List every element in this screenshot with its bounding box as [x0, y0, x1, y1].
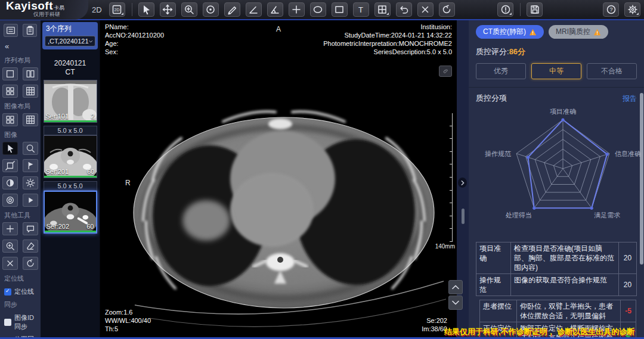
cursor-icon	[5, 143, 16, 154]
help-button[interactable]: ?	[603, 2, 619, 17]
crosshair-icon	[290, 4, 302, 15]
pan-tool-button[interactable]	[160, 2, 176, 17]
ellipse-tool-button[interactable]	[310, 2, 326, 17]
layout-2d-button[interactable]: 2D	[109, 2, 125, 17]
locator-checkbox-row[interactable]: 定位线	[0, 285, 41, 297]
study-modality: CT	[41, 68, 100, 77]
grade-excellent-button[interactable]: 优秀	[476, 63, 526, 79]
radar-chart-svg: 项目准确信息准确满足需求处理得当操作规范	[476, 105, 644, 238]
layout-2x2-icon	[5, 114, 16, 125]
series-thumbnail-201[interactable]: 5.0 x 5.0 Ser:201	[44, 126, 97, 178]
refresh-tool-button[interactable]	[23, 257, 38, 270]
checkbox-icon[interactable]	[4, 319, 11, 326]
add-tool-button[interactable]	[2, 222, 18, 235]
attachment-button[interactable]	[439, 66, 452, 77]
gear-icon	[627, 4, 639, 15]
contrast-icon	[5, 178, 16, 188]
close-icon	[419, 4, 431, 15]
thumbnail-image[interactable]: Ser:201 60	[44, 135, 97, 178]
clear-tool-button[interactable]	[2, 257, 18, 270]
target-icon	[205, 4, 216, 15]
image-roi-button[interactable]	[2, 194, 18, 207]
patient-info-overlay: PName:AccNO:2401210200Age:Sex:	[105, 23, 164, 56]
image-brightness-button[interactable]	[23, 176, 38, 189]
angle-tool-button[interactable]	[246, 2, 262, 17]
viewer-canvas[interactable]: PName:AccNO:2401210200Age:Sex: A R Insti…	[100, 20, 457, 338]
logo-cn-text: 卡易	[54, 5, 64, 11]
toolbar-divider	[520, 3, 521, 16]
section-series-layout: 序列布局	[0, 53, 41, 67]
image-invert-button[interactable]	[2, 176, 18, 189]
sync-option-row[interactable]: 图像ID同步	[0, 311, 41, 332]
mode-label: 2D	[92, 5, 102, 14]
table-row[interactable]: 项目准确 检查项目是否准确(项目如脑部、胸部、腹部是否在标准的范围内容) 20	[476, 242, 637, 274]
series-dropdown[interactable]: ,CT,20240121	[45, 36, 95, 46]
report-link[interactable]: 报告	[623, 94, 637, 104]
image-flag-button[interactable]	[23, 159, 38, 172]
qc-panel-scrollbar-thumb[interactable]	[640, 93, 643, 265]
layout-1x2-icon	[25, 69, 36, 79]
series-list-button[interactable]	[4, 24, 18, 37]
rectangle-tool-button[interactable]	[332, 2, 348, 17]
checkbox-icon[interactable]	[4, 288, 11, 296]
cobb-angle-tool-button[interactable]	[267, 2, 283, 17]
thumbnail-image[interactable]: Ser:101 2	[44, 80, 97, 123]
image-layout-3x3-button[interactable]	[23, 113, 38, 126]
eraser-icon	[25, 241, 36, 251]
measure-tool-button[interactable]	[224, 2, 240, 17]
image-magnify-button[interactable]	[23, 142, 38, 155]
undo-icon	[398, 4, 410, 15]
crosshair-tool-button[interactable]	[289, 2, 305, 17]
table-row[interactable]: 患者摆位 仰卧位，双臂上举抱头，患者体位摆放合适，无明显偏斜 -5	[480, 300, 636, 322]
image-viewport[interactable]: PName:AccNO:2401210200Age:Sex: A R Insti…	[100, 20, 469, 338]
image-search-tool-button[interactable]	[2, 240, 18, 253]
series-layout-3x3-button[interactable]	[23, 85, 38, 98]
series-layout-1x2-button[interactable]	[23, 67, 38, 80]
image-count: 60	[87, 168, 94, 175]
tab-ct-qc[interactable]: CT质控(肺部)	[476, 25, 544, 39]
scroll-down-button[interactable]	[448, 296, 463, 310]
undo-button[interactable]	[396, 2, 412, 17]
image-cine-play-button[interactable]	[23, 194, 38, 207]
series-thumbnail-202[interactable]: 5.0 x 5.0 Ser:202 60	[44, 181, 97, 234]
grade-fail-button[interactable]: 不合格	[587, 63, 637, 79]
section-sync: 同步	[0, 297, 41, 311]
target-tool-button[interactable]	[203, 2, 219, 17]
qc-subitem-name: 患者摆位	[480, 300, 517, 322]
series-layout-1x1-button[interactable]	[2, 67, 18, 80]
reset-icon	[25, 258, 36, 269]
grid-layout-tool-button[interactable]	[374, 2, 391, 17]
tab-mri-qc[interactable]: MRI脑质控	[549, 25, 608, 39]
zoom-tool-button[interactable]	[181, 2, 197, 17]
table-row[interactable]: 操作规范 图像的获取是否符合操作规范 20	[476, 274, 637, 296]
gutter-scrollbar-thumb[interactable]	[462, 209, 465, 224]
info-button[interactable]	[497, 2, 513, 17]
scroll-up-button[interactable]	[448, 280, 463, 294]
concentric-circles-icon	[5, 195, 16, 206]
settings-button[interactable]	[624, 2, 640, 17]
reset-button[interactable]	[439, 2, 455, 17]
thumbnail-image[interactable]: Ser:202 60	[44, 191, 97, 234]
series-thumbnail-101[interactable]: Ser:101 2	[44, 80, 97, 123]
left-tool-sidebar: « 序列布局 图像布局	[0, 20, 41, 338]
eraser-tool-button[interactable]	[23, 240, 38, 253]
text-tool-button[interactable]: T	[353, 2, 369, 17]
save-button[interactable]	[527, 2, 543, 17]
comment-tool-button[interactable]	[23, 222, 38, 235]
image-cursor-button[interactable]	[2, 142, 18, 155]
divider	[469, 87, 644, 88]
report-panel-button[interactable]	[23, 24, 37, 37]
panel-expander-button[interactable]	[458, 178, 467, 188]
thumbnail-meta: Ser:202 60	[47, 223, 94, 230]
series-layout-2x2-button[interactable]	[2, 85, 18, 98]
cursor-tool-button[interactable]	[138, 2, 154, 17]
qc-tabs: CT质控(肺部) MRI脑质控	[476, 25, 637, 39]
load-progress-bar	[45, 231, 96, 232]
image-crop-rotate-button[interactable]	[2, 159, 18, 172]
series-number: Ser:101	[46, 113, 69, 120]
svg-text:操作规范: 操作规范	[485, 150, 511, 157]
sidebar-collapse-button[interactable]: «	[0, 41, 41, 53]
grade-medium-button[interactable]: 中等	[531, 63, 581, 79]
image-layout-2x2-button[interactable]	[2, 113, 18, 126]
delete-annotation-button[interactable]	[417, 2, 434, 17]
